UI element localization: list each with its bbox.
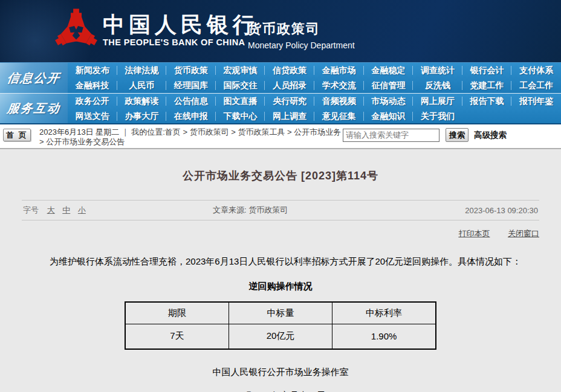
nav-item[interactable]: 工会工作 — [511, 78, 561, 93]
site-header: 中国人民银行 THE PEOPLE'S BANK OF CHINA 货币政策司 … — [0, 0, 561, 62]
nav-item[interactable]: 金融市场 — [314, 63, 364, 78]
nav-item[interactable]: 学术交流 — [314, 78, 364, 93]
print-page-link[interactable]: 打印本页 — [458, 229, 490, 238]
nav-item[interactable]: 信贷政策 — [265, 63, 314, 78]
pboc-emblem-icon — [53, 8, 99, 55]
nav-item[interactable]: 图文直播 — [216, 94, 265, 109]
bank-logo-text: 中国人民银行 THE PEOPLE'S BANK OF CHINA — [103, 12, 259, 47]
nav-item[interactable]: 党建工作 — [462, 78, 512, 93]
nav-section-service: 服务互动 政务公开 政策解读 公告信息 图文直播 央行研究 音频视频 市场动态 … — [0, 93, 561, 123]
font-size-controls: 字号 大 中 小 — [23, 205, 213, 216]
nav-item[interactable]: 经理国库 — [166, 78, 216, 93]
article-body-text: 为维护银行体系流动性合理充裕，2023年6月13日人民银行以利率招标方式开展了2… — [31, 255, 530, 268]
nav-item[interactable]: 公告信息 — [166, 94, 216, 109]
bank-name-en: THE PEOPLE'S BANK OF CHINA — [103, 37, 259, 47]
department-name-cn: 货币政策司 — [248, 20, 355, 38]
font-size-large[interactable]: 大 — [47, 205, 55, 214]
table-header-cell: 期限 — [125, 302, 229, 324]
nav-item[interactable]: 意见征集 — [314, 109, 364, 124]
nav-item[interactable]: 网上调查 — [265, 109, 314, 124]
signature-office: 中国人民银行公开市场业务操作室 — [0, 367, 561, 378]
nav-item[interactable]: 反洗钱 — [413, 78, 462, 93]
nav-grid-service: 政务公开 政策解读 公告信息 图文直播 央行研究 音频视频 市场动态 网上展厅 … — [68, 94, 561, 123]
table-title: 逆回购操作情况 — [0, 281, 561, 292]
close-window-link[interactable]: 关闭窗口 — [508, 229, 539, 238]
nav-item[interactable]: 办事大厅 — [117, 109, 167, 124]
nav-item[interactable]: 人员招录 — [265, 78, 314, 93]
nav-item[interactable]: 征信管理 — [364, 78, 413, 93]
nav-item[interactable]: 银行会计 — [462, 63, 512, 78]
nav-grid-info: 新闻发布 法律法规 货币政策 宏观审慎 信贷政策 金融市场 金融稳定 调查统计 … — [68, 63, 561, 93]
article-source: 文章来源: 货币政策司 — [213, 205, 465, 216]
nav-label-service[interactable]: 服务互动 — [0, 94, 68, 123]
nav-item[interactable]: 市场动态 — [364, 94, 413, 109]
table-cell: 20亿元 — [229, 324, 332, 349]
page-title: 公开市场业务交易公告 [2023]第114号 — [0, 169, 561, 183]
nav-cell-empty — [511, 109, 561, 124]
font-size-small[interactable]: 小 — [78, 205, 86, 214]
department-title: 货币政策司 Monetary Policy Department — [248, 20, 355, 50]
search-area: 搜索 高级搜索 — [343, 128, 507, 142]
nav-item[interactable]: 货币政策 — [166, 63, 216, 78]
breadcrumb-bar: 首 页 2023年6月13日 星期二 ｜ 我的位置:首页 > 货币政策司 > 货… — [0, 124, 561, 149]
table-row: 7天 20亿元 1.90% — [125, 324, 436, 349]
search-button[interactable]: 搜索 — [446, 128, 469, 142]
table-cell: 1.90% — [332, 324, 436, 349]
nav-item[interactable]: 调查统计 — [413, 63, 462, 78]
article-meta-bar: 字号 大 中 小 文章来源: 货币政策司 2023-06-13 09:20:30 — [22, 200, 539, 220]
nav-item[interactable]: 政务公开 — [68, 94, 117, 109]
article-content: 公开市场业务交易公告 [2023]第114号 字号 大 中 小 文章来源: 货币… — [0, 169, 561, 392]
nav-item[interactable]: 网送文告 — [68, 109, 117, 124]
table-header-cell: 中标利率 — [332, 302, 436, 324]
nav-item[interactable]: 政策解读 — [117, 94, 167, 109]
breadcrumb: 2023年6月13日 星期二 ｜ 我的位置:首页 > 货币政策司 > 货币政策工… — [39, 127, 342, 147]
nav-item[interactable]: 金融科技 — [68, 78, 117, 93]
nav-item[interactable]: 下载中心 — [216, 109, 265, 124]
font-size-medium[interactable]: 中 — [62, 205, 70, 214]
nav-item[interactable]: 在线申报 — [166, 109, 216, 124]
nav-item[interactable]: 关于我们 — [413, 109, 462, 124]
nav-item[interactable]: 金融稳定 — [364, 63, 413, 78]
nav-item[interactable]: 央行研究 — [265, 94, 314, 109]
nav-item[interactable]: 法律法规 — [117, 63, 167, 78]
advanced-search-link[interactable]: 高级搜索 — [474, 130, 507, 141]
nav-item[interactable]: 宏观审慎 — [216, 63, 265, 78]
nav-section-info-disclosure: 信息公开 新闻发布 法律法规 货币政策 宏观审慎 信贷政策 金融市场 金融稳定 … — [0, 63, 561, 93]
main-nav: 信息公开 新闻发布 法律法规 货币政策 宏观审慎 信贷政策 金融市场 金融稳定 … — [0, 62, 561, 124]
home-button[interactable]: 首 页 — [3, 129, 31, 141]
current-date: 2023年6月13日 星期二 — [39, 127, 119, 137]
nav-item[interactable]: 音频视频 — [314, 94, 364, 109]
nav-item[interactable]: 人民币 — [117, 78, 167, 93]
nav-item[interactable]: 国际交往 — [216, 78, 265, 93]
reverse-repo-table: 期限 中标量 中标利率 7天 20亿元 1.90% — [125, 301, 436, 350]
nav-item[interactable]: 报告下载 — [462, 94, 512, 109]
table-cell: 7天 — [125, 324, 229, 349]
nav-item[interactable]: 新闻发布 — [68, 63, 117, 78]
department-name-en: Monetary Policy Department — [248, 40, 355, 50]
bank-name-cn: 中国人民银行 — [103, 12, 259, 36]
article-timestamp: 2023-06-13 09:20:30 — [465, 206, 538, 215]
nav-item[interactable]: 支付体系 — [511, 63, 561, 78]
nav-item[interactable]: 金融知识 — [364, 109, 413, 124]
search-input[interactable] — [343, 129, 439, 142]
font-size-label: 字号 — [23, 205, 39, 214]
table-header-row: 期限 中标量 中标利率 — [125, 302, 436, 324]
table-header-cell: 中标量 — [229, 302, 332, 324]
nav-cell-empty — [462, 109, 512, 124]
nav-item[interactable]: 网上展厅 — [413, 94, 462, 109]
nav-item[interactable]: 报刊年鉴 — [511, 94, 561, 109]
page-actions: 打印本页 关闭窗口 — [22, 220, 539, 239]
